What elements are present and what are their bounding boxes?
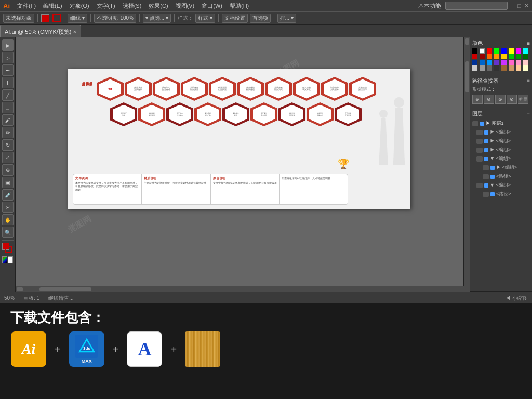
scissors-tool[interactable]: ✂ <box>2 202 14 213</box>
opacity[interactable]: 不透明度: 100% <box>94 14 136 23</box>
exclude-btn[interactable]: ⊘ <box>507 95 517 104</box>
menu-help[interactable]: 帮助(H) <box>227 1 252 11</box>
swatch-midgray[interactable] <box>480 65 485 71</box>
layer-row-5[interactable]: ▼ <编组> <box>476 154 530 163</box>
search-box[interactable] <box>445 2 508 10</box>
window-minimize[interactable]: ─ <box>511 3 515 9</box>
swatch-orange[interactable] <box>487 54 492 59</box>
swatch-green[interactable] <box>494 48 499 54</box>
swatch-darkred[interactable] <box>472 54 477 59</box>
layer-5-eye[interactable] <box>476 156 483 162</box>
swatch-darkgreen2[interactable] <box>523 54 528 59</box>
intersect-btn[interactable]: ⊗ <box>495 95 506 104</box>
no-color-mode[interactable] <box>8 256 13 263</box>
window-close[interactable]: ✕ <box>524 3 529 9</box>
stroke-weight[interactable]: 细线 ▾ <box>68 14 87 23</box>
layer-4-eye[interactable] <box>476 148 483 153</box>
menu-file[interactable]: 文件(F) <box>14 1 39 11</box>
menu-effect[interactable]: 效果(C) <box>145 1 171 11</box>
swatch-cyan[interactable] <box>523 48 528 54</box>
swatch-yellow[interactable] <box>509 48 514 54</box>
swatch-pink[interactable] <box>509 60 514 65</box>
layer-row-9[interactable]: <路径> <box>483 190 530 198</box>
swatch-darkblue[interactable] <box>472 60 477 65</box>
swatch-charcoal[interactable] <box>494 65 499 71</box>
swatch-orange2[interactable] <box>494 54 499 59</box>
layer-1-eye[interactable] <box>472 121 478 126</box>
menu-select[interactable]: 选择(S) <box>119 1 145 11</box>
layer-row-3[interactable]: ▶ <编组> <box>476 137 530 145</box>
doc-settings[interactable]: 文档设置 <box>222 14 248 23</box>
window-maximize[interactable]: □ <box>517 3 521 9</box>
hand-tool[interactable]: ✋ <box>2 214 14 225</box>
layer-3-eye[interactable] <box>476 139 483 144</box>
scroll-left-arrow[interactable] <box>17 287 23 291</box>
vertical-scrollbar[interactable] <box>463 37 470 286</box>
eyedropper-tool[interactable]: 💉 <box>2 189 14 201</box>
swatch-peach[interactable] <box>516 65 521 71</box>
layer-6-eye[interactable] <box>483 165 489 170</box>
canvas-area[interactable]: 觉图网 觉图网 觉图网 觉图网 觉图网 觉图网 觉图网 觉图网 博学之 审问之慎… <box>16 37 463 286</box>
menu-text[interactable]: 文字(T) <box>94 1 118 11</box>
expand-btn[interactable]: 扩展 <box>518 95 528 104</box>
color-menu-btn[interactable]: ≡ <box>527 41 530 46</box>
pathfinder-menu[interactable]: ≡ <box>527 77 530 85</box>
scroll-up-arrow[interactable] <box>465 38 469 45</box>
blend-tool[interactable]: ⊛ <box>2 164 14 176</box>
swatch-lightgray[interactable] <box>472 65 477 71</box>
swatch-blue[interactable] <box>501 48 507 54</box>
layer-row-2[interactable]: ▶ <编组> <box>476 128 530 137</box>
layer-9-eye[interactable] <box>483 192 489 197</box>
stroke-color[interactable] <box>52 14 61 22</box>
swatch-midblue[interactable] <box>480 60 485 65</box>
layer-8-eye[interactable] <box>476 183 483 188</box>
line-tool[interactable]: ╱ <box>2 89 14 101</box>
rotate-tool[interactable]: ↻ <box>2 139 14 151</box>
swatch-lightpink[interactable] <box>516 60 521 65</box>
swatch-cream[interactable] <box>523 65 528 71</box>
menu-object[interactable]: 对象(O) <box>66 1 92 11</box>
prefs[interactable]: 首选项 <box>250 14 271 23</box>
swatch-tan[interactable] <box>509 65 514 71</box>
layer-row-4[interactable]: ▶ <编组> <box>476 145 530 154</box>
layer-7-eye[interactable] <box>483 174 489 179</box>
arrange-btn[interactable]: 排... ▾ <box>277 14 296 23</box>
canvas-tab-active[interactable]: AI.ai @ 50% (CMYK/预览) × <box>0 25 81 37</box>
layer-2-eye[interactable] <box>476 130 483 135</box>
zoom-tool[interactable]: 🔍 <box>2 227 14 238</box>
h-scroll-thumb[interactable] <box>39 287 91 291</box>
minus-btn[interactable]: ⊖ <box>484 95 494 104</box>
unite-btn[interactable]: ⊕ <box>472 95 483 104</box>
swatch-magenta[interactable] <box>516 48 521 54</box>
menu-edit[interactable]: 编辑(E) <box>40 1 65 11</box>
swatch-green2[interactable] <box>509 54 514 59</box>
swatch-brown[interactable] <box>501 65 507 71</box>
fill-stroke-indicator[interactable] <box>2 243 14 254</box>
style-select[interactable]: 样式 ▾ <box>195 14 215 23</box>
rect-tool[interactable]: □ <box>2 102 14 113</box>
swatch-darkgreen[interactable] <box>516 54 521 59</box>
layer-row-7[interactable]: <路径> <box>483 172 530 181</box>
swatch-darkgray[interactable] <box>487 65 492 71</box>
paintbrush-tool[interactable]: 🖌 <box>2 114 14 126</box>
swatch-purple[interactable] <box>494 60 499 65</box>
swatch-darkred2[interactable] <box>480 54 485 59</box>
layers-menu[interactable]: ≡ <box>527 111 530 117</box>
text-tool[interactable]: T <box>2 77 14 88</box>
swatch-white[interactable] <box>480 48 485 54</box>
select-tool[interactable]: ▶ <box>2 39 14 51</box>
menu-view[interactable]: 视图(V) <box>172 1 198 11</box>
layer-row-6[interactable]: ▶ <编组> <box>483 163 530 172</box>
style-dropdown[interactable]: ▾ 点选... ▾ <box>143 14 171 23</box>
gradient-tool[interactable]: ▣ <box>2 177 14 188</box>
fill-color[interactable] <box>41 14 49 22</box>
horizontal-scrollbar[interactable] <box>16 286 470 292</box>
swatch-violet[interactable] <box>501 60 507 65</box>
layer-row-8[interactable]: ▼ <编组> <box>476 181 530 190</box>
layer-row-1[interactable]: ▶ 图层1 <box>472 119 530 128</box>
scale-tool[interactable]: ⤢ <box>2 152 14 163</box>
swatch-gold[interactable] <box>501 54 507 59</box>
menu-window[interactable]: 窗口(W) <box>198 1 225 11</box>
swatch-red[interactable] <box>487 48 492 54</box>
pen-tool[interactable]: ✒ <box>2 64 14 76</box>
